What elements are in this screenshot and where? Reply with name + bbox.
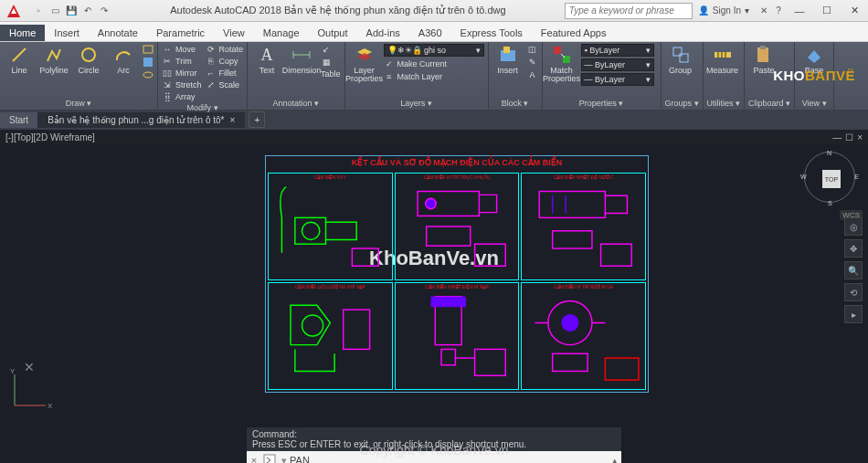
svg-rect-12: [673, 47, 682, 56]
match-properties-button[interactable]: Match Properties: [546, 44, 577, 83]
panel-utilities: Measure Utilities ▾: [704, 42, 746, 110]
help-icon[interactable]: ?: [771, 4, 786, 18]
qat-open-icon[interactable]: ▭: [48, 4, 62, 18]
scale-button[interactable]: ⤢Scale: [206, 79, 244, 90]
svg-point-30: [302, 315, 323, 336]
stretch-button[interactable]: ⇲Stretch: [162, 79, 202, 90]
fillet-button[interactable]: ⌐Fillet: [206, 68, 244, 79]
attr-icon[interactable]: A: [527, 69, 538, 80]
paste-icon: [753, 44, 775, 66]
qat-new-icon[interactable]: ▫: [31, 4, 46, 18]
panel-modify-title[interactable]: Modify ▾: [162, 102, 243, 112]
panel-draw-title[interactable]: Draw ▾: [4, 98, 153, 108]
mirror-button[interactable]: ▯▯Mirror: [162, 68, 202, 79]
dimension-button[interactable]: Dimension: [286, 44, 317, 75]
move-button[interactable]: ↔Move: [162, 44, 202, 55]
text-button[interactable]: AText: [251, 44, 282, 75]
arc-button[interactable]: Arc: [108, 44, 139, 75]
layer-combo[interactable]: 💡❄☀🔒 ghi so▾: [384, 44, 484, 57]
lineweight-combo[interactable]: — ByLayer▾: [581, 58, 654, 71]
panel-annotation-title[interactable]: Annotation ▾: [251, 98, 341, 108]
help-search-input[interactable]: [565, 3, 693, 19]
circle-button[interactable]: Circle: [73, 44, 104, 75]
signin-button[interactable]: 👤 Sign In ▾: [698, 5, 749, 16]
ribbon-tab-addins[interactable]: Add-ins: [357, 25, 409, 41]
ribbon-tab-annotate[interactable]: Annotate: [89, 25, 147, 41]
insert-button[interactable]: Insert: [492, 44, 524, 75]
match-layer-icon: ≡: [384, 71, 395, 82]
qat-redo-icon[interactable]: ↷: [97, 4, 111, 18]
ribbon-tab-output[interactable]: Output: [309, 25, 357, 41]
trim-button[interactable]: ✂Trim: [162, 56, 202, 67]
ribbon-tab-view[interactable]: View: [214, 25, 254, 41]
doc-tab-start[interactable]: Start: [0, 112, 38, 128]
minimize-button[interactable]: —: [786, 0, 813, 22]
doc-tab-active[interactable]: Bản vẽ hệ thống phun ...g điện tử trên ô…: [38, 112, 245, 128]
qat-undo-icon[interactable]: ↶: [80, 4, 95, 18]
array-button[interactable]: ⣿Array: [162, 91, 202, 102]
vp-minimize-icon[interactable]: —: [832, 132, 842, 142]
make-current-button[interactable]: ✓Make Current: [384, 58, 484, 69]
cmd-close-icon[interactable]: ×: [247, 455, 261, 463]
ribbon-tab-parametric[interactable]: Parametric: [147, 25, 214, 41]
viewport-label[interactable]: [-][Top][2D Wireframe]: [5, 132, 95, 142]
ribbon-tab-insert[interactable]: Insert: [45, 25, 89, 41]
panel-layers-title[interactable]: Layers ▾: [349, 98, 484, 108]
maximize-button[interactable]: ☐: [813, 0, 841, 22]
ribbon-tab-home[interactable]: Home: [0, 25, 45, 41]
polyline-button[interactable]: Polyline: [38, 44, 69, 75]
ellipse-icon[interactable]: [143, 69, 153, 80]
exchange-icon[interactable]: ✕: [757, 4, 771, 18]
panel-clipboard-title[interactable]: Clipboard ▾: [748, 98, 790, 108]
drawing-canvas[interactable]: KhoBanVe.vn KẾT CẤU VÀ SƠ ĐỒ MẠCH ĐIỆN C…: [0, 144, 868, 427]
view-cube[interactable]: TOP N S E W: [804, 152, 857, 205]
ribbon-tab-featured[interactable]: Featured Apps: [532, 25, 616, 41]
ribbon-tab-express[interactable]: Express Tools: [451, 25, 532, 41]
nav-zoom-icon[interactable]: 🔍: [844, 261, 863, 279]
panel-annotation: AText Dimension ↙ ▦ Table Annotation ▾: [248, 42, 345, 110]
line-button[interactable]: Line: [4, 44, 35, 75]
make-current-icon: ✓: [384, 58, 395, 69]
nav-wheel-icon[interactable]: ◎: [844, 217, 863, 236]
rect-icon[interactable]: [143, 44, 153, 55]
mirror-icon: ▯▯: [162, 68, 173, 79]
nav-orbit-icon[interactable]: ⟲: [844, 283, 863, 301]
dimension-icon: [291, 44, 312, 66]
svg-point-37: [562, 314, 579, 331]
command-input[interactable]: × ▾ PAN ▴: [247, 451, 621, 463]
close-tab-icon[interactable]: ×: [229, 115, 235, 125]
cmd-dropdown-icon[interactable]: ▴: [609, 455, 621, 464]
vp-close-icon[interactable]: ×: [857, 132, 863, 142]
panel-groups-title[interactable]: Groups ▾: [665, 98, 699, 108]
copy-button[interactable]: ⎘Copy: [206, 56, 244, 67]
measure-button[interactable]: Measure: [707, 44, 738, 75]
add-tab-button[interactable]: +: [249, 111, 265, 128]
layer-properties-button[interactable]: Layer Properties: [349, 44, 380, 83]
table-icon[interactable]: ▦: [321, 57, 332, 68]
group-button[interactable]: Group: [665, 44, 696, 75]
svg-rect-3: [143, 58, 153, 67]
panel-utilities-title[interactable]: Utilities ▾: [707, 98, 741, 108]
cell-6: CẢM BIẾN VỊ TRÍ BƯỚM GA: [521, 282, 646, 390]
rotate-button[interactable]: ⟳Rotate: [206, 44, 244, 55]
nav-pan-icon[interactable]: ✥: [844, 239, 863, 258]
panel-properties-title[interactable]: Properties ▾: [546, 98, 657, 108]
linetype-combo[interactable]: — ByLayer▾: [581, 73, 654, 86]
quick-access-toolbar: ▫ ▭ 💾 ↶ ↷: [31, 4, 111, 18]
edit-block-icon[interactable]: ✎: [527, 57, 538, 68]
color-combo[interactable]: ▪ ByLayer▾: [581, 44, 654, 57]
close-button[interactable]: ✕: [841, 0, 868, 22]
qat-save-icon[interactable]: 💾: [64, 4, 79, 18]
panel-block-title[interactable]: Block ▾: [492, 98, 538, 108]
app-logo[interactable]: [4, 1, 24, 21]
hatch-icon[interactable]: [143, 57, 153, 68]
panel-view-title[interactable]: View ▾: [799, 98, 830, 108]
table-button[interactable]: Table: [321, 69, 341, 79]
vp-maximize-icon[interactable]: ☐: [845, 132, 853, 142]
ribbon-tab-a360[interactable]: A360: [409, 25, 451, 41]
ribbon-tab-manage[interactable]: Manage: [254, 25, 309, 41]
create-block-icon[interactable]: ◫: [527, 44, 538, 55]
nav-showmotion-icon[interactable]: ▸: [844, 305, 863, 323]
match-layer-button[interactable]: ≡Match Layer: [384, 71, 484, 82]
leader-icon[interactable]: ↙: [321, 44, 332, 55]
